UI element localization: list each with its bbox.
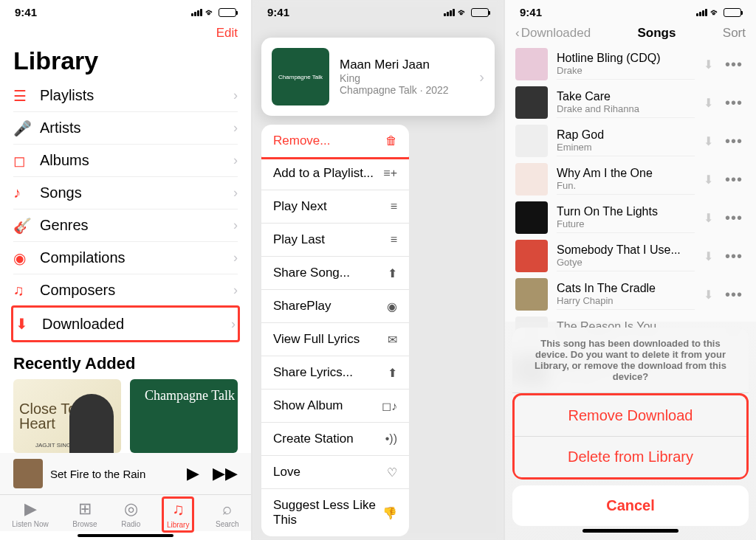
library-item-downloaded[interactable]: ⬇Downloaded›: [16, 308, 236, 340]
menu-item-play-last[interactable]: Play Last≡: [261, 224, 409, 257]
search-icon: ⌕: [222, 499, 232, 519]
more-icon[interactable]: •••: [722, 133, 746, 150]
edit-button[interactable]: Edit: [216, 26, 238, 41]
tab-library[interactable]: ♫Library: [162, 496, 195, 533]
play-icon[interactable]: ▶: [187, 464, 199, 483]
menu-item-shareplay[interactable]: SharePlay◉: [261, 290, 409, 323]
song-artist: Fun.: [557, 180, 695, 191]
nav-bar: Edit: [0, 20, 251, 44]
back-button[interactable]: ‹ Downloaded: [515, 26, 591, 41]
recently-added-header: Recently Added: [0, 341, 251, 379]
tab-search[interactable]: ⌕Search: [216, 499, 239, 530]
library-item-genres[interactable]: 🎸Genres›: [13, 210, 238, 242]
library-item-compilations[interactable]: ◉Compilations›: [13, 242, 238, 274]
action-sheet: This song has been downloaded to this de…: [505, 322, 756, 540]
chevron-right-icon: ›: [233, 283, 238, 298]
album-art[interactable]: Champagne Talk: [130, 379, 238, 453]
status-bar: 9:41 ᯤ: [505, 0, 756, 20]
menu-item-love[interactable]: Love♡: [261, 456, 409, 489]
more-icon[interactable]: •••: [722, 286, 746, 303]
composers-icon: ♫: [13, 282, 30, 299]
library-item-playlists[interactable]: ☰Playlists›: [13, 80, 238, 112]
song-row[interactable]: Turn On The LightsFuture⬇•••: [505, 198, 756, 237]
now-playing-controls: ▶ ▶▶: [187, 464, 238, 483]
song-info: Take CareDrake and Rihanna: [557, 87, 695, 118]
downloaded-icon: ⬇: [704, 249, 713, 263]
downloaded-icon: ⬇: [704, 58, 713, 72]
album-art: Champagne Talk: [272, 48, 329, 105]
song-info: Turn On The LightsFuture: [557, 202, 695, 233]
highlight-box: Remove...🗑: [261, 125, 409, 159]
downloaded-icon: ⬇: [16, 315, 32, 333]
chevron-right-icon: ›: [233, 153, 238, 168]
menu-item-view-full-lyrics[interactable]: View Full Lyrics✉: [261, 323, 409, 356]
more-icon[interactable]: •••: [722, 171, 746, 188]
downloaded-icon: ⬇: [704, 96, 713, 110]
remove-download-button[interactable]: Remove Download: [515, 395, 746, 437]
genres-icon: 🎸: [13, 217, 30, 235]
nav-bar: ‹ Downloaded Songs Sort: [505, 20, 756, 45]
status-bar: 9:41 ᯤ: [0, 0, 251, 20]
tab-browse[interactable]: ⊞Browse: [72, 499, 97, 530]
now-playing-title: Set Fire to the Rain: [50, 468, 179, 480]
song-artist: Gotye: [557, 257, 695, 268]
tab-listen-now[interactable]: ▶Listen Now: [12, 499, 48, 530]
song-row[interactable]: Why Am I the OneFun.⬇•••: [505, 160, 756, 198]
more-icon[interactable]: •••: [722, 210, 746, 226]
library-item-composers[interactable]: ♫Composers›: [13, 274, 238, 307]
next-icon[interactable]: ▶▶: [213, 464, 238, 483]
radio-icon: ◎: [124, 499, 138, 519]
chevron-right-icon: ›: [233, 120, 238, 136]
more-icon[interactable]: •••: [722, 94, 746, 111]
song-row[interactable]: Hotline Bling (CDQ)Drake⬇•••: [505, 45, 756, 83]
menu-item-share-lyrics[interactable]: Share Lyrics...⬆: [261, 356, 409, 390]
recently-added-row: Close To My HeartJAGJIT SINGH Champagne …: [0, 379, 251, 453]
menu-item-show-album[interactable]: Show Album◻♪: [261, 390, 409, 423]
songs-icon: ♪: [13, 184, 30, 201]
song-row[interactable]: Rap GodEminem⬇•••: [505, 122, 756, 160]
menu-item-suggest-less-like-this[interactable]: Suggest Less Like This👎: [261, 489, 409, 536]
song-title: Turn On The Lights: [557, 205, 695, 218]
menu-item-play-next[interactable]: Play Next≡: [261, 190, 409, 224]
delete-from-library-button[interactable]: Delete from Library: [515, 437, 746, 477]
playlists-icon: ☰: [13, 87, 30, 105]
tab-radio[interactable]: ◎Radio: [121, 499, 140, 530]
home-indicator: [78, 534, 173, 537]
downloaded-icon: ⬇: [704, 211, 713, 225]
chevron-right-icon: ›: [233, 250, 238, 266]
now-playing-bar[interactable]: Set Fire to the Rain ▶ ▶▶: [0, 453, 251, 494]
song-info: Hotline Bling (CDQ)Drake: [557, 49, 695, 80]
battery-icon: [471, 8, 489, 17]
status-bar: 9:41 ᯤ: [252, 0, 504, 20]
album-art[interactable]: Close To My HeartJAGJIT SINGH: [13, 379, 121, 453]
album-art: [515, 201, 548, 234]
menu-item-create-station[interactable]: Create Station•)): [261, 423, 409, 456]
cancel-button[interactable]: Cancel: [512, 485, 749, 526]
signal-icon: [444, 9, 455, 16]
action-icon: ◻♪: [382, 399, 397, 413]
library-item-songs[interactable]: ♪Songs›: [13, 177, 238, 210]
library-item-albums[interactable]: ◻Albums›: [13, 145, 238, 177]
highlight-box: Remove Download Delete from Library: [512, 393, 749, 480]
battery-icon: [724, 8, 741, 17]
status-time: 9:41: [520, 6, 542, 18]
chevron-right-icon: ›: [233, 88, 238, 103]
tab-bar: ▶Listen Now ⊞Browse ◎Radio ♫Library ⌕Sea…: [0, 494, 251, 531]
library-list: ☰Playlists› 🎤Artists› ◻Albums› ♪Songs› 🎸…: [0, 80, 251, 341]
song-row[interactable]: Take CareDrake and Rihanna⬇•••: [505, 83, 756, 122]
library-item-artists[interactable]: 🎤Artists›: [13, 112, 238, 145]
menu-item-share-song[interactable]: Share Song...⬆: [261, 257, 409, 290]
action-icon: •)): [385, 432, 397, 446]
wifi-icon: ᯤ: [458, 7, 468, 18]
song-row[interactable]: Cats In The CradleHarry Chapin⬇•••: [505, 275, 756, 314]
menu-item-remove[interactable]: Remove...🗑: [261, 125, 409, 157]
album-art: [515, 48, 548, 80]
song-preview-card[interactable]: Champagne Talk Maan Meri Jaan King Champ…: [261, 38, 495, 116]
sort-button[interactable]: Sort: [723, 26, 746, 41]
song-row[interactable]: Somebody That I Use...Gotye⬇•••: [505, 237, 756, 275]
more-icon[interactable]: •••: [722, 248, 746, 265]
more-icon[interactable]: •••: [722, 56, 746, 73]
menu-item-add-to-a-playlist[interactable]: Add to a Playlist...≡+: [261, 157, 409, 190]
song-info: Why Am I the OneFun.: [557, 164, 695, 195]
song-info: Rap GodEminem: [557, 125, 695, 156]
